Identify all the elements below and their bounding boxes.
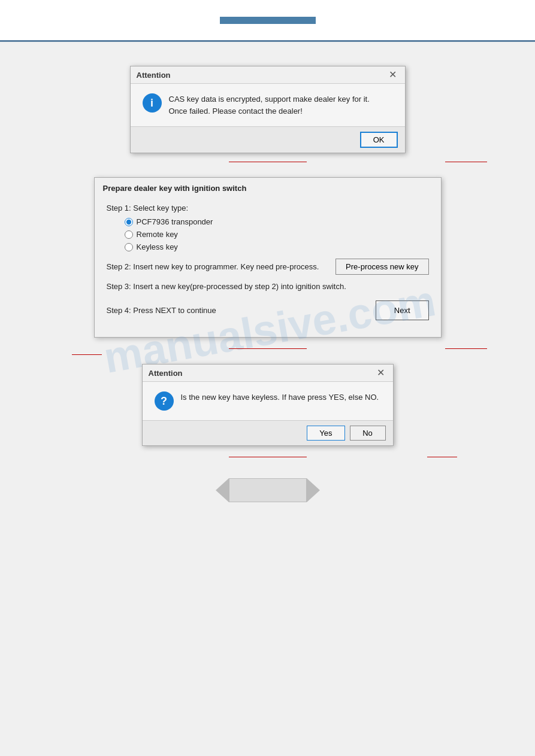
ribbon-left-arrow <box>216 478 229 502</box>
dialog-2-body: ? Is the new key have keyless. If have p… <box>143 382 393 420</box>
radio-pcf7936-label: PCF7936 transponder <box>137 217 213 226</box>
right-line-1 <box>445 162 487 162</box>
radio-remote-input[interactable] <box>125 230 133 239</box>
radio-pcf7936-input[interactable] <box>125 218 133 226</box>
dialog-1-titlebar: Attention ✕ <box>131 66 405 84</box>
dialog-1-body: i CAS key data is encrypted, support mak… <box>131 84 405 126</box>
radio-keyless[interactable]: Keyless key <box>125 242 429 251</box>
dialog-1-message-line1: CAS key data is encrypted, support make … <box>169 95 370 104</box>
step2-row: Step 2: Insert new key to programmer. Ke… <box>107 259 429 275</box>
dialog-1-footer: OK <box>131 126 405 153</box>
attention-dialog-1-wrapper: Attention ✕ i CAS key data is encrypted,… <box>0 66 535 153</box>
ribbon-right-arrow <box>307 478 320 502</box>
ok-button[interactable]: OK <box>360 132 398 148</box>
step4-label: Step 4: Press NEXT to continue <box>107 306 376 315</box>
info-icon: i <box>143 93 162 113</box>
attention-dialog-1: Attention ✕ i CAS key data is encrypted,… <box>130 66 406 153</box>
divider-line-3 <box>229 457 307 457</box>
divider-line-2 <box>229 348 307 349</box>
left-line-2 <box>72 354 102 355</box>
dialog-2-title: Attention <box>149 369 183 378</box>
next-button[interactable]: Next <box>376 300 429 320</box>
yes-button[interactable]: Yes <box>307 426 344 441</box>
radio-keyless-input[interactable] <box>125 243 133 251</box>
dialog-2-footer: Yes No <box>143 420 393 445</box>
radio-remote[interactable]: Remote key <box>125 230 429 239</box>
step1-label: Step 1: Select key type: <box>107 204 429 212</box>
attention-dialog-2: Attention ✕ ? Is the new key have keyles… <box>142 364 394 446</box>
divider-1 <box>0 157 535 171</box>
dealer-dialog-wrapper: Prepare dealer key with ignition switch … <box>0 177 535 338</box>
dealer-dialog-title: Prepare dealer key with ignition switch <box>95 178 441 196</box>
attention-dialog-2-wrapper: Attention ✕ ? Is the new key have keyles… <box>0 364 535 446</box>
pre-process-button[interactable]: Pre-process new key <box>335 259 428 275</box>
dealer-dialog-body: Step 1: Select key type: PCF7936 transpo… <box>95 196 441 337</box>
top-bar <box>0 0 535 42</box>
step4-row: Step 4: Press NEXT to continue Next <box>107 300 429 320</box>
dialog-2-close-button[interactable]: ✕ <box>374 368 387 378</box>
dealer-key-dialog: Prepare dealer key with ignition switch … <box>94 177 442 338</box>
radio-keyless-label: Keyless key <box>137 242 178 251</box>
top-bar-title <box>220 17 316 24</box>
page-content: manualsive.com Attention ✕ i CAS key dat… <box>0 42 535 520</box>
ribbon-body <box>229 478 307 502</box>
radio-group: PCF7936 transponder Remote key Keyless k… <box>125 217 429 251</box>
dialog-1-message: CAS key data is encrypted, support make … <box>169 93 393 117</box>
step2-label: Step 2: Insert new key to programmer. Ke… <box>107 262 336 271</box>
dialog-2-titlebar: Attention ✕ <box>143 365 393 382</box>
radio-remote-label: Remote key <box>137 230 178 239</box>
ribbon <box>0 478 535 502</box>
no-button[interactable]: No <box>350 426 386 441</box>
dialog-1-close-button[interactable]: ✕ <box>386 70 399 80</box>
divider-line-1 <box>229 162 307 162</box>
dialog-2-message: Is the new key have keyless. If have pre… <box>181 391 381 403</box>
dialog-1-message-line2: Once failed. Please contact the dealer! <box>169 107 303 116</box>
dialog-1-title: Attention <box>137 71 171 80</box>
right-line-2 <box>445 348 487 349</box>
question-icon: ? <box>155 391 174 411</box>
step3-label: Step 3: Insert a new key(pre-processed b… <box>107 282 429 291</box>
divider-3 <box>0 452 535 466</box>
divider-2 <box>0 344 535 358</box>
right-line-3 <box>427 457 457 457</box>
radio-pcf7936[interactable]: PCF7936 transponder <box>125 217 429 226</box>
